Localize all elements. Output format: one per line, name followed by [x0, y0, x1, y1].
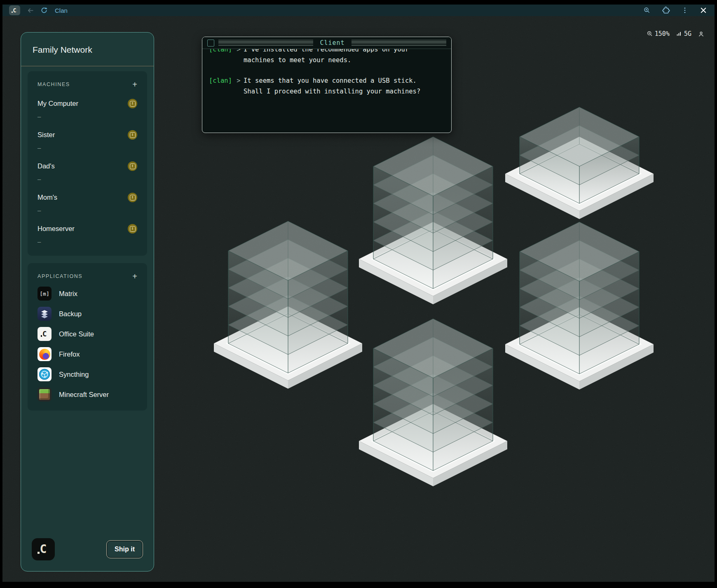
- machine-status: –: [37, 144, 137, 151]
- matrix-icon: [m]: [37, 287, 52, 301]
- titlebar-lines: [218, 40, 313, 46]
- prompt-arrow: >: [234, 49, 244, 65]
- kebab-menu-button[interactable]: [681, 7, 689, 14]
- machine-name: Mom's: [37, 194, 57, 201]
- machine-item-homeserver[interactable]: Homeserver ! –: [37, 224, 137, 245]
- machine-name: Homeserver: [37, 225, 75, 233]
- app-label: Backup: [59, 310, 82, 318]
- machine-name: Sister: [37, 131, 55, 139]
- terminal-message: [clan] > It seems that you have connecte…: [209, 75, 445, 97]
- app-label: Office Suite: [59, 330, 94, 338]
- app-item-office-suite[interactable]: C Office Suite: [37, 327, 137, 341]
- status-overlay: 150% 5G: [647, 30, 705, 37]
- zoom-indicator[interactable]: 150%: [647, 30, 670, 37]
- app-item-backup[interactable]: Backup: [37, 307, 137, 321]
- office-suite-icon: C: [37, 327, 52, 341]
- message-text: It seems that you have connected a USB s…: [244, 75, 424, 97]
- page-title: Clan: [55, 7, 68, 14]
- machine-item-sister[interactable]: Sister ! –: [37, 130, 137, 151]
- machine-stack[interactable]: [359, 137, 507, 304]
- network-title: Family Network: [21, 33, 154, 66]
- machine-stack[interactable]: [505, 107, 654, 219]
- extensions-puzzle-button[interactable]: [662, 6, 670, 14]
- status-warning-icon: !: [128, 224, 137, 233]
- sidebar: Family Network MACHINES + My Computer ! …: [21, 32, 154, 572]
- app-item-syncthing[interactable]: Syncthing: [37, 367, 137, 381]
- network-canvas: 150% 5G Client: [2, 16, 715, 582]
- ship-it-button[interactable]: Ship it: [106, 540, 143, 558]
- terminal-titlebar[interactable]: Client: [202, 37, 451, 49]
- window-control-icon[interactable]: [207, 40, 214, 47]
- app-item-firefox[interactable]: Firefox: [37, 347, 137, 361]
- machines-header: MACHINES: [37, 82, 70, 87]
- app-item-minecraft-server[interactable]: Minecraft Server: [37, 387, 137, 401]
- app-label: Matrix: [59, 290, 77, 298]
- titlebar-lines: [351, 40, 446, 46]
- status-warning-icon: !: [128, 193, 137, 202]
- terminal-title: Client: [313, 39, 351, 47]
- divider: [21, 66, 154, 66]
- machine-name: Dad's: [37, 162, 55, 170]
- zoom-button[interactable]: [643, 7, 651, 14]
- add-machine-button[interactable]: +: [132, 80, 137, 89]
- machine-stack[interactable]: [214, 221, 362, 389]
- network-label: 5G: [684, 30, 691, 37]
- machine-item-dads[interactable]: Dad's ! –: [37, 161, 137, 182]
- machine-status: –: [37, 238, 137, 245]
- status-warning-icon: !: [128, 130, 137, 140]
- status-warning-icon: !: [128, 99, 137, 108]
- machine-stack[interactable]: [359, 319, 507, 486]
- app-label: Syncthing: [59, 371, 89, 378]
- back-button[interactable]: [26, 7, 34, 14]
- syncthing-icon: [37, 367, 52, 381]
- machine-stack[interactable]: [505, 222, 654, 390]
- prompt-arrow: >: [234, 75, 244, 97]
- machines-panel: MACHINES + My Computer ! – Sister ! – Da…: [28, 71, 147, 256]
- user-menu[interactable]: [698, 30, 705, 37]
- machine-status: –: [37, 175, 137, 182]
- prompt-tag: [clan]: [209, 49, 234, 65]
- applications-panel: APPLICATIONS + [m] Matrix Backu: [28, 263, 147, 411]
- terminal-output: [clan] > I've installed the recommended …: [202, 49, 451, 133]
- backup-stack-icon: [37, 307, 52, 321]
- machine-status: –: [37, 113, 137, 120]
- app-label: Firefox: [59, 350, 80, 358]
- app-item-matrix[interactable]: [m] Matrix: [37, 287, 137, 301]
- browser-toolbar: C Clan: [2, 5, 715, 16]
- network-indicator[interactable]: 5G: [676, 30, 691, 37]
- reload-button[interactable]: [40, 7, 48, 14]
- window-frame: 150% 5G Client: [0, 0, 717, 588]
- machine-item-my-computer[interactable]: My Computer ! –: [37, 99, 137, 120]
- add-application-button[interactable]: +: [132, 272, 137, 280]
- minecraft-grass-block-icon: [37, 387, 52, 401]
- app-label: Minecraft Server: [59, 391, 109, 399]
- client-terminal-window[interactable]: Client [clan] > I've installed the recom…: [202, 37, 452, 133]
- status-warning-icon: !: [128, 161, 137, 171]
- close-window-button[interactable]: [700, 7, 707, 14]
- zoom-level: 150%: [655, 30, 670, 37]
- machine-name: My Computer: [37, 100, 78, 107]
- prompt-tag: [clan]: [209, 75, 234, 97]
- machine-item-moms[interactable]: Mom's ! –: [37, 193, 137, 214]
- signal-bars-icon: [676, 30, 682, 37]
- clan-logo: C: [32, 538, 55, 560]
- person-icon: [698, 30, 705, 37]
- machine-status: –: [37, 207, 137, 214]
- message-text: I've installed the recommended apps on y…: [244, 49, 424, 65]
- magnifier-plus-icon: [647, 30, 653, 37]
- clan-favicon: C: [9, 5, 20, 15]
- applications-header: APPLICATIONS: [37, 273, 82, 279]
- terminal-message: [clan] > I've installed the recommended …: [209, 49, 445, 65]
- firefox-icon: [37, 347, 52, 361]
